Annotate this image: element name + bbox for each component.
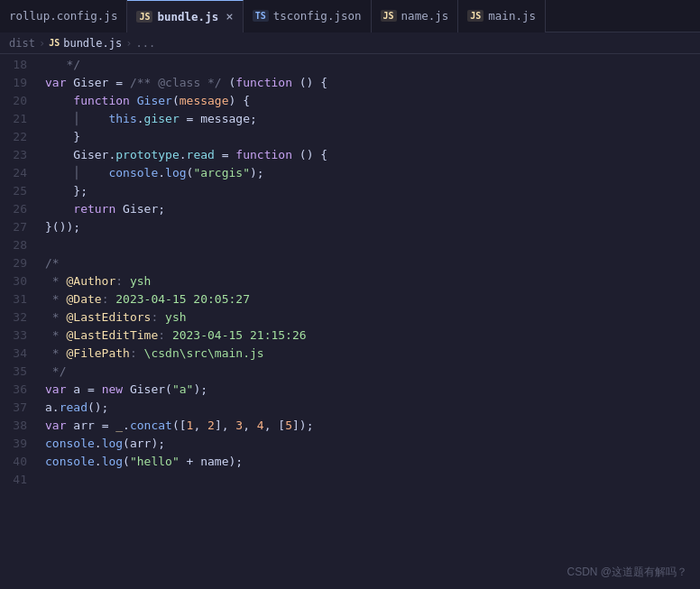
tab-rollup[interactable]: rollup.config.js bbox=[0, 0, 127, 32]
code-line: console.log(arr); bbox=[40, 435, 700, 453]
code-line: │ this.giser = message; bbox=[40, 110, 700, 128]
line-number: 19 bbox=[0, 74, 27, 92]
tab-label: bundle.js bbox=[157, 10, 218, 23]
line-number: 23 bbox=[0, 146, 27, 164]
ts-icon: TS bbox=[253, 10, 269, 22]
tab-tsconfig[interactable]: TStsconfig.json bbox=[244, 0, 372, 32]
code-line: var a = new Giser("a"); bbox=[40, 381, 700, 399]
tab-bundle[interactable]: JSbundle.js× bbox=[127, 0, 243, 32]
line-number: 26 bbox=[0, 200, 27, 218]
code-line: * @LastEditTime: 2023-04-15 21:15:26 bbox=[40, 327, 700, 345]
code-line: */ bbox=[40, 363, 700, 381]
code-line: * @Author: ysh bbox=[40, 272, 700, 290]
code-line: }; bbox=[40, 182, 700, 200]
line-number: 20 bbox=[0, 92, 27, 110]
breadcrumb-sep1: › bbox=[39, 37, 45, 50]
code-line: │ console.log("arcgis"); bbox=[40, 164, 700, 182]
code-line bbox=[40, 471, 700, 489]
tab-bar: rollup.config.jsJSbundle.js×TStsconfig.j… bbox=[0, 0, 700, 32]
breadcrumb-js-icon: JS bbox=[49, 38, 60, 48]
line-number: 33 bbox=[0, 327, 27, 345]
line-numbers: 1819202122232425262728293031323334353637… bbox=[0, 54, 36, 589]
code-line: return Giser; bbox=[40, 200, 700, 218]
code-line: } bbox=[40, 128, 700, 146]
line-number: 35 bbox=[0, 363, 27, 381]
tab-label: rollup.config.js bbox=[9, 9, 117, 23]
line-number: 25 bbox=[0, 182, 27, 200]
js-icon: JS bbox=[136, 11, 152, 23]
breadcrumb-filename: bundle.js bbox=[63, 37, 122, 50]
code-line bbox=[40, 236, 700, 254]
line-number: 21 bbox=[0, 110, 27, 128]
line-number: 31 bbox=[0, 290, 27, 308]
tab-name[interactable]: JSname.js bbox=[372, 0, 459, 32]
code-line: Giser.prototype.read = function () { bbox=[40, 146, 700, 164]
code-line: var Giser = /** @class */ (function () { bbox=[40, 74, 700, 92]
code-line: a.read(); bbox=[40, 399, 700, 417]
line-number: 32 bbox=[0, 308, 27, 327]
line-number: 36 bbox=[0, 381, 27, 399]
line-number: 18 bbox=[0, 56, 27, 74]
code-line: }()); bbox=[40, 218, 700, 236]
code-line: /* bbox=[40, 254, 700, 272]
breadcrumb-sep2: › bbox=[125, 37, 132, 50]
tab-label: tsconfig.json bbox=[273, 9, 362, 23]
line-number: 29 bbox=[0, 254, 27, 272]
code-line: console.log("hello" + name); bbox=[40, 453, 700, 471]
code-line: * @FilePath: \csdn\src\main.js bbox=[40, 345, 700, 363]
close-icon[interactable]: × bbox=[226, 9, 233, 23]
line-number: 34 bbox=[0, 345, 27, 363]
editor-area: CSDN @这道题有解吗？181920212223242526272829303… bbox=[0, 54, 700, 589]
tab-main[interactable]: JSmain.js bbox=[458, 0, 546, 32]
line-number: 24 bbox=[0, 164, 27, 182]
code-line: * @LastEditors: ysh bbox=[40, 308, 700, 327]
js-icon: JS bbox=[467, 10, 484, 22]
line-number: 41 bbox=[0, 471, 27, 489]
breadcrumb-bar: dist›JSbundle.js›... bbox=[0, 32, 700, 54]
js-icon: JS bbox=[381, 10, 397, 22]
tab-label: main.js bbox=[488, 9, 536, 23]
code-line: */ bbox=[40, 56, 700, 74]
code-area[interactable]: */var Giser = /** @class */ (function ()… bbox=[36, 54, 700, 589]
line-number: 39 bbox=[0, 435, 27, 453]
line-number: 38 bbox=[0, 417, 27, 435]
tab-label: name.js bbox=[401, 9, 449, 23]
breadcrumb-dist: dist bbox=[9, 37, 35, 50]
line-number: 37 bbox=[0, 399, 27, 417]
breadcrumb-ellipsis: ... bbox=[135, 37, 155, 50]
line-number: 27 bbox=[0, 218, 27, 236]
watermark: CSDN @这道题有解吗？ bbox=[566, 565, 687, 580]
code-line: * @Date: 2023-04-15 20:05:27 bbox=[40, 290, 700, 308]
line-number: 30 bbox=[0, 272, 27, 290]
line-number: 22 bbox=[0, 128, 27, 146]
code-line: var arr = _.concat([1, 2], 3, 4, [5]); bbox=[40, 417, 700, 435]
line-number: 40 bbox=[0, 453, 27, 471]
code-line: function Giser(message) { bbox=[40, 92, 700, 110]
line-number: 28 bbox=[0, 236, 27, 254]
